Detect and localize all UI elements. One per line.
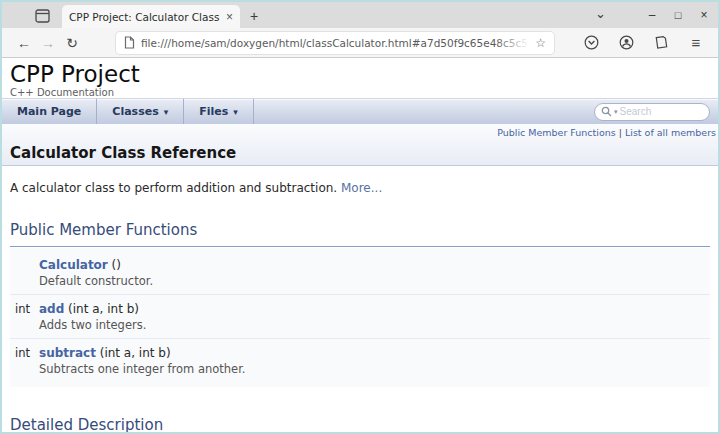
project-brief: C++ Documentation bbox=[10, 87, 710, 98]
tab-main-page[interactable]: Main Page bbox=[2, 99, 97, 124]
tab-classes-label: Classes bbox=[112, 105, 158, 118]
member-desc-spacer bbox=[10, 317, 30, 333]
member-desc-spacer bbox=[10, 273, 30, 289]
member-separator bbox=[10, 338, 710, 339]
search-filter-caret-icon[interactable]: ▾ bbox=[614, 108, 618, 116]
page-title: Calculator Class Reference bbox=[10, 144, 710, 162]
summary-link-all-members[interactable]: List of all members bbox=[625, 127, 716, 138]
tab-files-label: Files bbox=[199, 105, 228, 118]
member-declarations: Calculator () Default constructor. int a… bbox=[10, 248, 710, 387]
tab-close-icon[interactable]: × bbox=[226, 11, 233, 23]
member-params: (int a, int b) bbox=[64, 302, 139, 316]
titlebar: CPP Project: Calculator Class × + ⌄ – □ … bbox=[2, 2, 718, 28]
browser-window: CPP Project: Calculator Class × + ⌄ – □ … bbox=[0, 0, 720, 434]
doxygen-contents: A calculator class to perform addition a… bbox=[2, 166, 718, 432]
firefox-view-button[interactable] bbox=[32, 7, 52, 25]
summary-links: Public Member Functions | List of all me… bbox=[2, 124, 718, 138]
member-signature: add (int a, int b) bbox=[39, 301, 710, 317]
tab-files[interactable]: Files ▾ bbox=[184, 99, 254, 124]
summary-separator: | bbox=[619, 127, 622, 138]
page-icon bbox=[124, 36, 135, 49]
member-return-type: int bbox=[10, 301, 30, 317]
member-description: Subtracts one integer from another. bbox=[39, 361, 710, 377]
tab-title: CPP Project: Calculator Class bbox=[69, 11, 222, 23]
library-button[interactable] bbox=[651, 33, 671, 53]
maximize-button[interactable]: □ bbox=[666, 10, 690, 21]
member-link-add[interactable]: add bbox=[39, 302, 64, 316]
url-text: file:///home/sam/doxygen/html/classCalcu… bbox=[141, 37, 529, 49]
member-description: Default constructor. bbox=[39, 273, 710, 289]
more-link[interactable]: More... bbox=[341, 181, 382, 195]
chevron-down-icon: ▾ bbox=[164, 107, 169, 117]
minimize-button[interactable]: – bbox=[640, 9, 664, 21]
doxygen-titlearea: CPP Project C++ Documentation bbox=[2, 58, 718, 98]
member-desc-spacer bbox=[10, 361, 30, 377]
section-heading-public-members: Public Member Functions bbox=[10, 221, 710, 247]
member-separator bbox=[10, 294, 710, 295]
bookmark-star-icon[interactable]: ☆ bbox=[535, 37, 546, 49]
doxygen-search-box[interactable]: ▾ bbox=[594, 103, 710, 121]
search-input[interactable] bbox=[620, 106, 696, 117]
doxygen-header: Public Member Functions | List of all me… bbox=[2, 124, 718, 166]
doxygen-nav-tabs: Main Page Classes ▾ Files ▾ ▾ bbox=[2, 98, 718, 124]
account-icon bbox=[619, 35, 634, 50]
menu-icon[interactable]: ≡ bbox=[686, 33, 706, 53]
chevron-down-icon: ▾ bbox=[233, 107, 238, 117]
url-bar[interactable]: file:///home/sam/doxygen/html/classCalcu… bbox=[116, 32, 554, 54]
member-signature: subtract (int a, int b) bbox=[39, 345, 710, 361]
member-params: (int a, int b) bbox=[96, 346, 171, 360]
member-link-subtract[interactable]: subtract bbox=[39, 346, 96, 360]
tab-classes[interactable]: Classes ▾ bbox=[97, 99, 184, 124]
list-all-tabs-button[interactable]: ⌄ bbox=[595, 7, 606, 20]
toolbar-right-icons: ≡ bbox=[581, 33, 708, 53]
forward-button[interactable]: → bbox=[36, 31, 60, 55]
member-link-calculator[interactable]: Calculator bbox=[39, 258, 108, 272]
member-description: Adds two integers. bbox=[39, 317, 710, 333]
member-signature: Calculator () bbox=[39, 257, 710, 273]
browser-tab-active[interactable]: CPP Project: Calculator Class × bbox=[62, 5, 240, 28]
section-heading-detailed-description: Detailed Description bbox=[10, 416, 710, 432]
member-return-type: int bbox=[10, 345, 30, 361]
account-button[interactable] bbox=[616, 33, 636, 53]
library-icon bbox=[654, 35, 668, 50]
summary-link-public-members[interactable]: Public Member Functions bbox=[497, 127, 616, 138]
brief-description: A calculator class to perform addition a… bbox=[10, 181, 710, 195]
pocket-icon bbox=[584, 35, 599, 50]
new-tab-button[interactable]: + bbox=[250, 8, 258, 24]
tab-main-page-label: Main Page bbox=[17, 105, 81, 118]
back-button[interactable]: ← bbox=[12, 31, 36, 55]
firefox-view-icon bbox=[35, 9, 50, 23]
browser-toolbar: ← → ↻ file:///home/sam/doxygen/html/clas… bbox=[2, 28, 718, 58]
headertitle: Calculator Class Reference bbox=[2, 138, 718, 162]
project-name: CPP Project bbox=[10, 61, 710, 87]
member-return-type bbox=[10, 257, 30, 273]
member-params: () bbox=[108, 258, 121, 272]
search-icon bbox=[601, 106, 612, 117]
close-window-button[interactable]: × bbox=[692, 9, 716, 21]
brief-text: A calculator class to perform addition a… bbox=[10, 181, 337, 195]
pocket-button[interactable] bbox=[581, 33, 601, 53]
reload-button[interactable]: ↻ bbox=[60, 31, 84, 55]
